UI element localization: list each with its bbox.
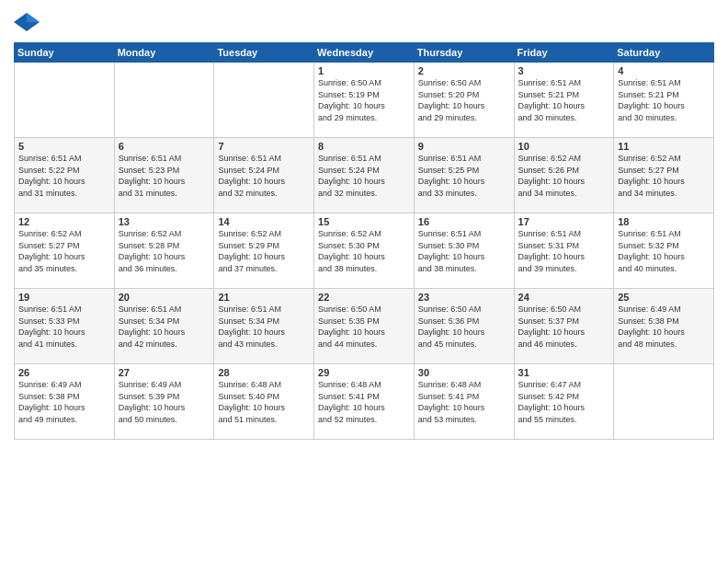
- day-header-thursday: Thursday: [414, 43, 514, 63]
- day-info: Sunrise: 6:51 AM Sunset: 5:21 PM Dayligh…: [618, 77, 710, 123]
- day-number: 28: [218, 367, 310, 378]
- day-info: Sunrise: 6:50 AM Sunset: 5:19 PM Dayligh…: [318, 77, 410, 123]
- calendar-cell: 31Sunrise: 6:47 AM Sunset: 5:42 PM Dayli…: [514, 364, 614, 440]
- calendar-cell: [114, 63, 214, 138]
- calendar-cell: 2Sunrise: 6:50 AM Sunset: 5:20 PM Daylig…: [414, 63, 514, 138]
- calendar-cell: 1Sunrise: 6:50 AM Sunset: 5:19 PM Daylig…: [314, 63, 415, 138]
- day-info: Sunrise: 6:51 AM Sunset: 5:31 PM Dayligh…: [518, 228, 610, 274]
- day-number: 22: [318, 292, 410, 303]
- calendar-cell: 29Sunrise: 6:48 AM Sunset: 5:41 PM Dayli…: [314, 364, 415, 440]
- calendar-cell: 6Sunrise: 6:51 AM Sunset: 5:23 PM Daylig…: [114, 138, 214, 213]
- day-info: Sunrise: 6:51 AM Sunset: 5:34 PM Dayligh…: [218, 304, 310, 350]
- calendar-cell: 26Sunrise: 6:49 AM Sunset: 5:38 PM Dayli…: [15, 364, 115, 440]
- day-info: Sunrise: 6:52 AM Sunset: 5:28 PM Dayligh…: [119, 228, 210, 274]
- calendar-cell: 23Sunrise: 6:50 AM Sunset: 5:36 PM Dayli…: [414, 289, 514, 364]
- day-number: 31: [518, 367, 610, 378]
- day-number: 18: [618, 216, 710, 227]
- day-number: 2: [418, 65, 510, 76]
- day-number: 6: [119, 141, 210, 152]
- day-number: 8: [318, 141, 410, 152]
- day-info: Sunrise: 6:50 AM Sunset: 5:35 PM Dayligh…: [318, 304, 410, 350]
- calendar-header: SundayMondayTuesdayWednesdayThursdayFrid…: [15, 43, 714, 63]
- calendar-cell: [15, 63, 115, 138]
- logo: [14, 9, 43, 35]
- day-number: 20: [119, 292, 210, 303]
- calendar-cell: 16Sunrise: 6:51 AM Sunset: 5:30 PM Dayli…: [414, 213, 514, 289]
- day-number: 30: [418, 367, 510, 378]
- day-number: 7: [218, 141, 310, 152]
- calendar-cell: 11Sunrise: 6:52 AM Sunset: 5:27 PM Dayli…: [614, 138, 714, 213]
- calendar-cell: 24Sunrise: 6:50 AM Sunset: 5:37 PM Dayli…: [514, 289, 614, 364]
- day-number: 3: [518, 65, 610, 76]
- day-info: Sunrise: 6:51 AM Sunset: 5:25 PM Dayligh…: [418, 153, 510, 199]
- day-number: 5: [18, 141, 110, 152]
- day-number: 1: [318, 65, 410, 76]
- calendar-cell: 27Sunrise: 6:49 AM Sunset: 5:39 PM Dayli…: [114, 364, 214, 440]
- week-row-3: 12Sunrise: 6:52 AM Sunset: 5:27 PM Dayli…: [15, 213, 714, 289]
- day-header-monday: Monday: [114, 43, 214, 63]
- calendar-cell: 19Sunrise: 6:51 AM Sunset: 5:33 PM Dayli…: [15, 289, 115, 364]
- calendar-cell: 10Sunrise: 6:52 AM Sunset: 5:26 PM Dayli…: [514, 138, 614, 213]
- day-info: Sunrise: 6:51 AM Sunset: 5:32 PM Dayligh…: [618, 228, 710, 274]
- week-row-4: 19Sunrise: 6:51 AM Sunset: 5:33 PM Dayli…: [15, 289, 714, 364]
- calendar-cell: 17Sunrise: 6:51 AM Sunset: 5:31 PM Dayli…: [514, 213, 614, 289]
- week-row-5: 26Sunrise: 6:49 AM Sunset: 5:38 PM Dayli…: [15, 364, 714, 440]
- day-number: 15: [318, 216, 410, 227]
- day-number: 14: [218, 216, 310, 227]
- day-info: Sunrise: 6:51 AM Sunset: 5:24 PM Dayligh…: [318, 153, 410, 199]
- calendar-cell: 5Sunrise: 6:51 AM Sunset: 5:22 PM Daylig…: [15, 138, 115, 213]
- day-number: 17: [518, 216, 610, 227]
- day-header-sunday: Sunday: [15, 43, 115, 63]
- calendar-cell: 18Sunrise: 6:51 AM Sunset: 5:32 PM Dayli…: [614, 213, 714, 289]
- calendar-cell: 15Sunrise: 6:52 AM Sunset: 5:30 PM Dayli…: [314, 213, 415, 289]
- week-row-2: 5Sunrise: 6:51 AM Sunset: 5:22 PM Daylig…: [15, 138, 714, 213]
- calendar-cell: 14Sunrise: 6:52 AM Sunset: 5:29 PM Dayli…: [214, 213, 314, 289]
- day-number: 23: [418, 292, 510, 303]
- svg-marker-1: [27, 13, 40, 22]
- calendar-cell: 8Sunrise: 6:51 AM Sunset: 5:24 PM Daylig…: [314, 138, 415, 213]
- day-info: Sunrise: 6:51 AM Sunset: 5:24 PM Dayligh…: [218, 153, 310, 199]
- calendar-cell: 20Sunrise: 6:51 AM Sunset: 5:34 PM Dayli…: [114, 289, 214, 364]
- day-info: Sunrise: 6:52 AM Sunset: 5:30 PM Dayligh…: [318, 228, 410, 274]
- day-info: Sunrise: 6:52 AM Sunset: 5:27 PM Dayligh…: [18, 228, 110, 274]
- page: SundayMondayTuesdayWednesdayThursdayFrid…: [0, 0, 728, 563]
- calendar-cell: 28Sunrise: 6:48 AM Sunset: 5:40 PM Dayli…: [214, 364, 314, 440]
- day-number: 12: [18, 216, 110, 227]
- day-number: 27: [119, 367, 210, 378]
- day-number: 16: [418, 216, 510, 227]
- calendar-cell: [614, 364, 714, 440]
- calendar-cell: 4Sunrise: 6:51 AM Sunset: 5:21 PM Daylig…: [614, 63, 714, 138]
- calendar-cell: 3Sunrise: 6:51 AM Sunset: 5:21 PM Daylig…: [514, 63, 614, 138]
- day-number: 4: [618, 65, 710, 76]
- day-header-wednesday: Wednesday: [314, 43, 415, 63]
- day-number: 25: [618, 292, 710, 303]
- day-number: 21: [218, 292, 310, 303]
- day-info: Sunrise: 6:49 AM Sunset: 5:38 PM Dayligh…: [18, 379, 110, 425]
- day-info: Sunrise: 6:49 AM Sunset: 5:39 PM Dayligh…: [119, 379, 210, 425]
- calendar-cell: [214, 63, 314, 138]
- day-info: Sunrise: 6:48 AM Sunset: 5:40 PM Dayligh…: [218, 379, 310, 425]
- day-info: Sunrise: 6:51 AM Sunset: 5:23 PM Dayligh…: [119, 153, 210, 199]
- logo-icon: [14, 9, 40, 35]
- calendar-cell: 25Sunrise: 6:49 AM Sunset: 5:38 PM Dayli…: [614, 289, 714, 364]
- day-number: 11: [618, 141, 710, 152]
- day-info: Sunrise: 6:52 AM Sunset: 5:29 PM Dayligh…: [218, 228, 310, 274]
- calendar-cell: 30Sunrise: 6:48 AM Sunset: 5:41 PM Dayli…: [414, 364, 514, 440]
- day-info: Sunrise: 6:51 AM Sunset: 5:21 PM Dayligh…: [518, 77, 610, 123]
- day-info: Sunrise: 6:48 AM Sunset: 5:41 PM Dayligh…: [318, 379, 410, 425]
- day-info: Sunrise: 6:52 AM Sunset: 5:26 PM Dayligh…: [518, 153, 610, 199]
- calendar-cell: 9Sunrise: 6:51 AM Sunset: 5:25 PM Daylig…: [414, 138, 514, 213]
- day-number: 29: [318, 367, 410, 378]
- day-header-friday: Friday: [514, 43, 614, 63]
- calendar-body: 1Sunrise: 6:50 AM Sunset: 5:19 PM Daylig…: [15, 63, 714, 440]
- calendar-cell: 22Sunrise: 6:50 AM Sunset: 5:35 PM Dayli…: [314, 289, 415, 364]
- day-number: 19: [18, 292, 110, 303]
- day-number: 10: [518, 141, 610, 152]
- day-info: Sunrise: 6:52 AM Sunset: 5:27 PM Dayligh…: [618, 153, 710, 199]
- calendar: SundayMondayTuesdayWednesdayThursdayFrid…: [14, 42, 714, 440]
- day-info: Sunrise: 6:50 AM Sunset: 5:36 PM Dayligh…: [418, 304, 510, 350]
- calendar-cell: 7Sunrise: 6:51 AM Sunset: 5:24 PM Daylig…: [214, 138, 314, 213]
- day-info: Sunrise: 6:48 AM Sunset: 5:41 PM Dayligh…: [418, 379, 510, 425]
- day-number: 13: [119, 216, 210, 227]
- calendar-cell: 12Sunrise: 6:52 AM Sunset: 5:27 PM Dayli…: [15, 213, 115, 289]
